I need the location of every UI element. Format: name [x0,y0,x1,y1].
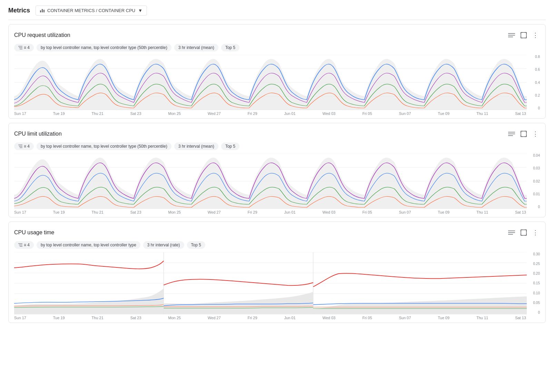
svg-rect-27 [521,230,526,235]
filter-chip-limit-3[interactable]: Top 5 [221,143,239,150]
filters-row-limit: ≡ 4 by top level controller name, top le… [14,143,540,150]
filter-chip-1[interactable]: by top level controller name, top level … [37,44,171,51]
filter-chip-usage-1[interactable]: by top level controller name, top level … [37,241,140,249]
chart-actions-request: ⋮ [507,30,540,40]
more-button-request[interactable]: ⋮ [531,30,540,40]
chart-cpu-usage: CPU usage time ⋮ ≡ 4 by top level contro… [8,222,546,323]
page-container: Metrics CONTAINER METRICS / CONTAINER CP… [0,0,554,333]
chart-area-request [14,55,527,110]
y-axis-limit: 0.04 0.03 0.02 0.01 0 [527,154,540,209]
chart-title-limit: CPU limit utilization [14,131,62,137]
more-button-usage[interactable]: ⋮ [531,227,540,238]
chart-header-request: CPU request utilization ⋮ [14,30,540,40]
breadcrumb-button[interactable]: CONTAINER METRICS / CONTAINER CPU ▼ [36,6,147,16]
x-axis-limit: Sun 17Tue 19Thu 21Sat 23Mon 25Wed 27Fri … [14,210,540,214]
svg-rect-3 [521,32,526,38]
y-axis-usage: 0.30 0.25 0.20 0.15 0.10 0.05 0 [527,252,540,314]
chart-header-limit: CPU limit utilization ⋮ [14,129,540,139]
filter-chip-0[interactable]: ≡ 4 [14,44,34,51]
x-axis-request: Sun 17Tue 19Thu 21Sat 23Mon 25Wed 27Fri … [14,111,540,116]
y-axis-request: 0.8 0.6 0.4 0.2 0 [527,55,540,110]
filters-row-request: ≡ 4 by top level controller name, top le… [14,44,540,51]
chart-header-usage: CPU usage time ⋮ [14,227,540,238]
filter-chip-3[interactable]: Top 5 [221,44,239,51]
filter-chip-usage-0[interactable]: ≡ 4 [14,241,34,249]
filter-chip-usage-2[interactable]: 3 hr interval (rate) [143,241,184,249]
chart-actions-limit: ⋮ [507,129,540,139]
header: Metrics CONTAINER METRICS / CONTAINER CP… [8,6,546,20]
expand-button-limit[interactable] [519,129,528,138]
filter-chip-limit-1[interactable]: by top level controller name, top level … [37,143,171,150]
legend-button-request[interactable] [507,31,516,39]
chart-cpu-request: CPU request utilization ⋮ ≡ 4 by top lev… [8,24,546,119]
page-title: Metrics [8,7,30,14]
filter-chip-limit-2[interactable]: 3 hr interval (mean) [174,143,218,150]
breadcrumb-label: CONTAINER METRICS / CONTAINER CPU [47,8,135,13]
dropdown-icon: ▼ [138,8,142,13]
expand-button-request[interactable] [519,31,528,40]
chart-area-limit [14,154,527,209]
bar-chart-icon [40,9,44,12]
chart-area-usage [14,252,527,314]
filter-chip-2[interactable]: 3 hr interval (mean) [174,44,218,51]
filter-chip-usage-3[interactable]: Top 5 [187,241,205,249]
filter-chip-limit-0[interactable]: ≡ 4 [14,143,34,150]
expand-button-usage[interactable] [519,228,528,237]
more-button-limit[interactable]: ⋮ [531,129,540,139]
chart-title-usage: CPU usage time [14,229,55,236]
legend-button-usage[interactable] [507,228,516,237]
chart-actions-usage: ⋮ [507,227,540,238]
legend-button-limit[interactable] [507,130,516,138]
svg-rect-15 [521,131,526,137]
x-axis-usage: Sun 17Tue 19Thu 21Sat 23Mon 25Wed 27Fri … [14,316,540,320]
chart-cpu-limit: CPU limit utilization ⋮ ≡ 4 by top level… [8,123,546,217]
filters-row-usage: ≡ 4 by top level controller name, top le… [14,241,540,249]
chart-title-request: CPU request utilization [14,32,70,38]
